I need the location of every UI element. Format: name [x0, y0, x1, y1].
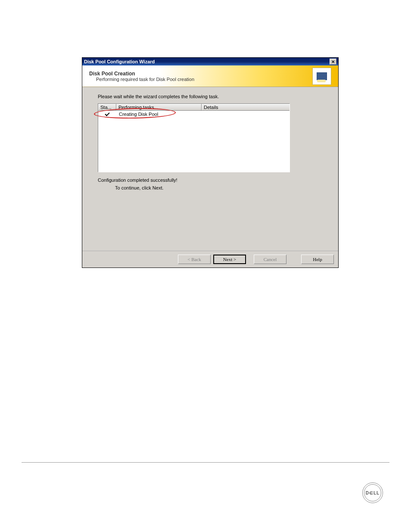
table-row: Creating Disk Pool — [98, 111, 290, 118]
task-table: Sta... Performing tasks... Details Creat… — [98, 103, 290, 172]
help-button[interactable]: Help — [301, 255, 334, 264]
next-button[interactable]: Next > — [213, 255, 246, 264]
header-banner: Disk Pool Creation Performing required t… — [82, 65, 338, 87]
column-tasks[interactable]: Performing tasks... — [116, 104, 202, 110]
checkmark-icon — [105, 111, 109, 116]
header-subtitle: Performing required task for Disk Pool c… — [89, 77, 194, 82]
continue-hint: To continue, click Next. — [98, 185, 323, 190]
cancel-button: Cancel — [254, 255, 286, 264]
titlebar: Disk Pool Configuration Wizard ✕ — [82, 58, 338, 65]
column-details[interactable]: Details — [202, 104, 290, 110]
status-cell — [98, 112, 116, 117]
close-icon[interactable]: ✕ — [330, 59, 336, 65]
task-cell: Creating Disk Pool — [116, 112, 202, 117]
header-text: Disk Pool Creation Performing required t… — [89, 71, 194, 82]
column-status[interactable]: Sta... — [98, 104, 116, 110]
back-button: < Back — [178, 255, 211, 264]
dell-logo: D∈LL — [362, 482, 383, 503]
header-title: Disk Pool Creation — [89, 71, 194, 77]
button-bar: < Back Next > Cancel Help — [82, 251, 338, 268]
dell-logo-text: D∈LL — [364, 484, 381, 501]
wizard-window: Disk Pool Configuration Wizard ✕ Disk Po… — [82, 57, 339, 268]
content-area: Please wait while the wizard completes t… — [82, 87, 338, 251]
window-title: Disk Pool Configuration Wizard — [84, 59, 155, 64]
instruction-text: Please wait while the wizard completes t… — [98, 94, 323, 99]
completion-status: Configuration completed successfully! — [98, 177, 323, 183]
disk-pool-icon — [312, 68, 331, 85]
page-footer-line — [22, 462, 389, 463]
table-header: Sta... Performing tasks... Details — [98, 104, 290, 111]
